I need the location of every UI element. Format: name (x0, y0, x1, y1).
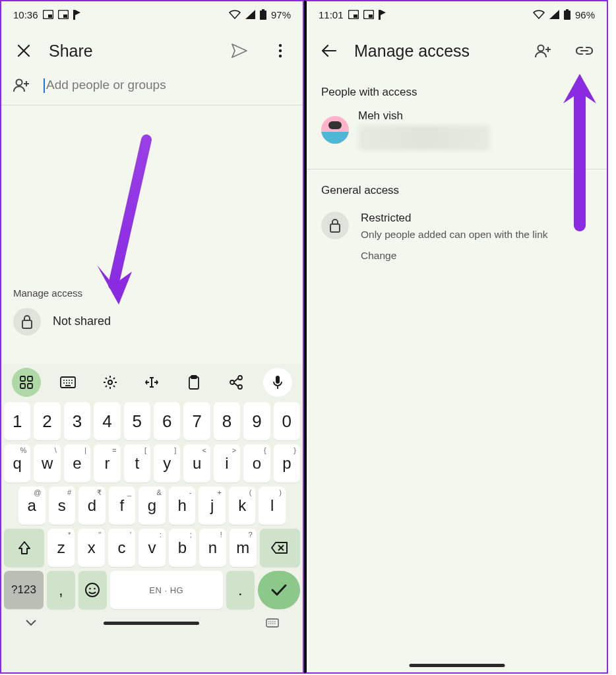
home-indicator[interactable] (409, 664, 505, 667)
status-battery: 96% (575, 9, 595, 20)
key-0[interactable]: 0 (274, 402, 300, 440)
chevron-down-icon[interactable] (25, 619, 37, 627)
person-add-icon (13, 78, 30, 92)
key-i[interactable]: i> (214, 444, 240, 483)
add-people-row[interactable]: Add people or groups (1, 74, 303, 105)
link-icon (576, 46, 593, 55)
close-button[interactable] (8, 35, 40, 67)
period-key[interactable]: . (226, 571, 255, 609)
svg-rect-38 (566, 9, 569, 11)
key-e[interactable]: e| (64, 444, 90, 483)
svg-rect-37 (379, 10, 381, 20)
key-4[interactable]: 4 (94, 402, 120, 440)
key-s[interactable]: s# (49, 486, 76, 525)
copy-link-button[interactable] (569, 35, 600, 67)
annotation-arrow (87, 133, 166, 311)
kb-textedit-button[interactable] (137, 368, 166, 397)
key-v[interactable]: v: (139, 529, 166, 567)
key-l[interactable]: l) (259, 486, 286, 525)
key-9[interactable]: 9 (243, 402, 270, 440)
emoji-key[interactable] (78, 571, 107, 609)
back-button[interactable] (313, 35, 345, 67)
signal-icon (549, 10, 559, 19)
svg-point-24 (230, 380, 234, 384)
key-8[interactable]: 8 (214, 402, 240, 440)
key-1[interactable]: 1 (4, 402, 30, 440)
keyboard[interactable]: 1234567890 q%w\e|r=t[y]u<i>o{p} a@s#d₹f_… (1, 364, 303, 672)
svg-rect-4 (73, 10, 75, 20)
enter-key[interactable] (258, 571, 300, 609)
svg-rect-14 (20, 384, 25, 388)
access-level: Restricted (361, 212, 548, 225)
key-u[interactable]: u< (183, 444, 210, 483)
keyboard-switch-icon[interactable] (266, 618, 279, 628)
kb-settings-button[interactable] (96, 368, 125, 397)
wifi-icon (533, 10, 545, 19)
svg-point-8 (279, 49, 282, 52)
svg-rect-13 (28, 376, 32, 381)
kb-apps-button[interactable] (12, 368, 41, 397)
svg-point-25 (238, 385, 242, 389)
svg-rect-15 (28, 384, 32, 388)
key-q[interactable]: q% (4, 444, 30, 483)
key-w[interactable]: w\ (34, 444, 60, 483)
key-p[interactable]: p} (274, 444, 300, 483)
person-add-icon (535, 44, 552, 57)
key-2[interactable]: 2 (34, 402, 60, 440)
wifi-icon (229, 10, 241, 19)
person-row[interactable]: Meh vish (307, 103, 607, 166)
svg-point-9 (279, 55, 282, 57)
svg-rect-30 (266, 619, 278, 627)
kb-share-button[interactable] (222, 368, 251, 397)
not-shared-row[interactable]: Not shared (1, 299, 303, 345)
key-r[interactable]: r= (94, 444, 120, 483)
share-screen: 10:36 97% Share (0, 0, 304, 674)
key-z[interactable]: z* (47, 529, 75, 567)
person-email-redacted (358, 125, 490, 150)
kb-row-asdf: a@s#d₹f_g&h-j+k(l) (4, 486, 300, 525)
key-a[interactable]: a@ (18, 486, 46, 525)
kb-clipboard-button[interactable] (179, 368, 208, 397)
kb-keyboard-button[interactable] (53, 368, 82, 397)
key-b[interactable]: b; (169, 529, 196, 567)
home-indicator[interactable] (104, 622, 199, 625)
gear-icon (103, 375, 117, 390)
signal-icon (245, 10, 255, 19)
key-3[interactable]: 3 (64, 402, 90, 440)
send-button[interactable] (224, 35, 255, 67)
key-d[interactable]: d₹ (78, 486, 106, 525)
statusbar: 11:01 96% (307, 1, 607, 28)
backspace-key[interactable] (260, 529, 300, 567)
key-f[interactable]: f_ (109, 486, 136, 525)
more-button[interactable] (264, 35, 296, 67)
comma-key[interactable]: , (47, 571, 75, 609)
general-heading: General access (307, 172, 607, 201)
page-title: Manage access (354, 42, 518, 61)
key-k[interactable]: k( (229, 486, 256, 525)
key-g[interactable]: g& (139, 486, 166, 525)
add-person-button[interactable] (528, 35, 559, 67)
key-o[interactable]: o{ (243, 444, 270, 483)
grid-icon (20, 376, 33, 389)
key-m[interactable]: m? (230, 529, 257, 567)
key-x[interactable]: x" (78, 529, 105, 567)
key-c[interactable]: c' (108, 529, 135, 567)
shift-key[interactable] (4, 529, 44, 567)
svg-rect-1 (48, 15, 52, 18)
change-access-link[interactable]: Change (361, 250, 548, 262)
key-y[interactable]: y] (154, 444, 180, 483)
key-n[interactable]: n! (199, 529, 226, 567)
svg-point-40 (538, 45, 544, 51)
key-h[interactable]: h- (169, 486, 196, 525)
key-5[interactable]: 5 (124, 402, 150, 440)
key-t[interactable]: t[ (124, 444, 150, 483)
kb-mic-button[interactable] (263, 368, 292, 397)
svg-point-29 (94, 588, 96, 590)
add-people-input[interactable]: Add people or groups (44, 78, 166, 93)
key-j[interactable]: j+ (199, 486, 226, 525)
symbols-key[interactable]: ?123 (4, 571, 44, 609)
kb-row-qwerty: q%w\e|r=t[y]u<i>o{p} (4, 444, 300, 483)
key-6[interactable]: 6 (154, 402, 180, 440)
space-key[interactable]: EN · HG (110, 571, 223, 609)
key-7[interactable]: 7 (183, 402, 210, 440)
